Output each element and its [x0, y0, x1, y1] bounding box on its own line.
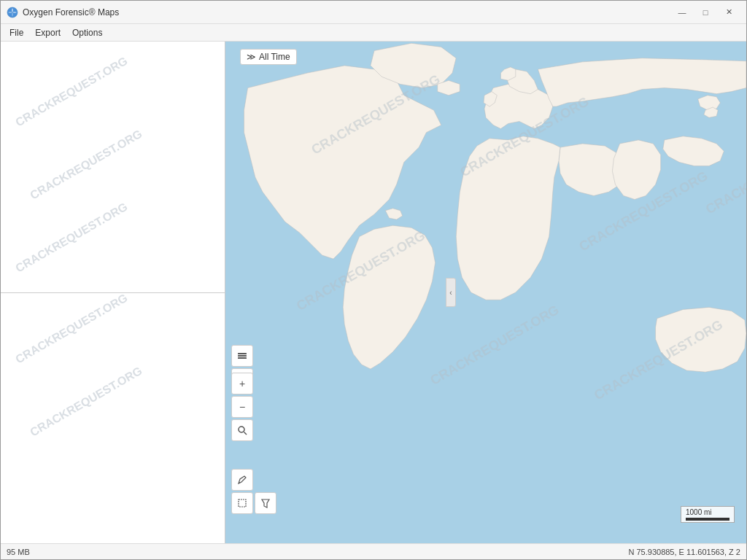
draw-icon [237, 475, 247, 485]
zoom-out-button[interactable]: − [231, 396, 253, 418]
watermark-2: CRACKREQUEST.ORG [28, 128, 144, 203]
minimize-button[interactable]: — [670, 2, 694, 23]
select-icon [237, 498, 247, 508]
window-title: Oxygen Forensic® Maps [23, 7, 119, 18]
svg-point-13 [239, 427, 244, 432]
main-window: Oxygen Forensic® Maps — □ ✕ File Export … [0, 0, 747, 560]
file-size: 95 MB [7, 548, 30, 556]
titlebar: Oxygen Forensic® Maps — □ ✕ [1, 1, 746, 24]
search-icon [237, 425, 247, 435]
select-button[interactable] [231, 492, 253, 514]
statusbar: 95 MB N 75.930885, E 11.601563, Z 2 [1, 543, 746, 559]
maximize-button[interactable]: □ [694, 2, 717, 23]
zoom-fit-button[interactable] [231, 419, 253, 441]
close-button[interactable]: ✕ [717, 2, 740, 23]
app-icon [7, 7, 18, 18]
world-map[interactable]: CRACKREQUEST.ORG CRACKREQUEST.ORG CRACKR… [225, 42, 746, 543]
layers-button[interactable] [231, 345, 253, 367]
layers-icon [236, 350, 248, 362]
menu-options[interactable]: Options [66, 26, 108, 39]
svg-rect-11 [238, 357, 247, 359]
draw-button[interactable] [231, 469, 253, 491]
menu-export[interactable]: Export [29, 26, 66, 39]
filter-icon: ≫ [247, 52, 256, 62]
filter-icon [260, 498, 271, 508]
svg-marker-16 [262, 499, 269, 508]
all-time-label: All Time [259, 52, 290, 62]
filter-button[interactable] [255, 492, 276, 514]
map-bottom-toolbar [231, 469, 276, 514]
map-zoom-toolbar: + − [231, 373, 253, 441]
svg-rect-15 [239, 499, 246, 507]
zoom-in-button[interactable]: + [231, 373, 253, 394]
main-content: CRACKREQUEST.ORG CRACKREQUEST.ORG CRACKR… [1, 42, 746, 543]
scale-bar: 1000 mi [681, 506, 735, 523]
sidebar-collapse-button[interactable]: ‹ [446, 278, 456, 307]
menu-file[interactable]: File [4, 26, 29, 39]
sidebar-bottom-panel: CRACKREQUEST.ORG CRACKREQUEST.ORG [1, 293, 225, 544]
watermark-4: CRACKREQUEST.ORG [13, 293, 130, 366]
coordinates-status: N 75.930885, E 11.601563, Z 2 [628, 548, 740, 556]
sidebar: CRACKREQUEST.ORG CRACKREQUEST.ORG CRACKR… [1, 42, 225, 543]
svg-line-14 [244, 432, 247, 435]
map-container[interactable]: CRACKREQUEST.ORG CRACKREQUEST.ORG CRACKR… [225, 42, 746, 543]
watermark-1: CRACKREQUEST.ORG [13, 55, 130, 130]
watermark-3: CRACKREQUEST.ORG [13, 201, 130, 276]
watermark-5: CRACKREQUEST.ORG [28, 364, 144, 439]
scale-line [686, 518, 729, 521]
titlebar-left: Oxygen Forensic® Maps [7, 7, 119, 18]
window-controls: — □ ✕ [670, 2, 740, 23]
sidebar-top-panel: CRACKREQUEST.ORG CRACKREQUEST.ORG CRACKR… [1, 42, 225, 293]
svg-rect-10 [238, 355, 247, 357]
all-time-button[interactable]: ≫ All Time [240, 49, 297, 65]
collapse-icon: ‹ [449, 289, 452, 297]
scale-text: 1000 mi [686, 508, 712, 516]
svg-rect-9 [238, 353, 247, 354]
menubar: File Export Options [1, 24, 746, 42]
